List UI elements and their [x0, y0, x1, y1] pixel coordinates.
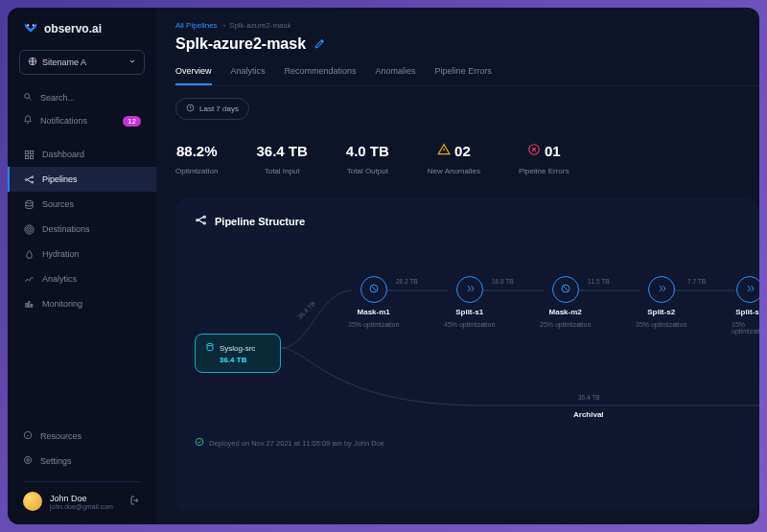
edge-label: 11.5 TB [588, 278, 610, 285]
source-name: Syslog-src [220, 344, 255, 353]
stage-opt: 15% optimization [732, 321, 759, 335]
stage-node[interactable]: Mask-m1 35% optimization [348, 276, 399, 328]
stat-label: Total Input [265, 167, 300, 175]
globe-icon [28, 57, 37, 68]
error-icon [527, 143, 541, 159]
brand-name: observo.ai [44, 22, 102, 35]
stat-value: 01 [545, 143, 561, 159]
logout-icon[interactable] [129, 495, 141, 508]
page-title: Splk-azure2-mask [175, 35, 306, 53]
svg-point-3 [25, 94, 30, 99]
stage-name: Mask-m2 [549, 308, 582, 316]
split-icon [656, 283, 667, 296]
destinations-icon [23, 223, 35, 235]
structure-title: Pipeline Structure [215, 216, 305, 227]
clock-icon [186, 104, 195, 114]
search-icon [23, 92, 33, 104]
grid-icon [23, 149, 35, 160]
date-filter[interactable]: Last 7 days [175, 98, 249, 120]
nav-label: Monitoring [42, 299, 82, 309]
tab-anomalies[interactable]: Anomalies [376, 66, 416, 85]
source-node[interactable]: Syslog-src 36.4 TB [195, 334, 281, 373]
nav-item-pipelines[interactable]: Pipelines [8, 167, 156, 192]
edge-label: 16.8 TB [492, 278, 514, 285]
resources-link[interactable]: Resources [23, 424, 141, 449]
gear-icon [23, 455, 33, 467]
site-selector[interactable]: Sitename A [19, 50, 145, 75]
stat-value: 36.4 TB [256, 143, 307, 159]
pipeline-structure-card: Pipeline Structure 36.4 TB 26.2 TB 16.8 … [175, 198, 759, 511]
edge-label: 26.2 TB [396, 278, 418, 285]
nav-item-dashboard[interactable]: Dashboard [8, 142, 156, 167]
svg-rect-16 [28, 301, 29, 307]
tab-overview[interactable]: Overview [175, 66, 212, 85]
monitoring-icon [23, 298, 35, 310]
pipeline-icon [195, 214, 207, 228]
nav-label: Dashboard [42, 150, 84, 159]
check-circle-icon [195, 437, 204, 449]
notifications-link[interactable]: Notifications 12 [8, 109, 156, 132]
svg-point-28 [196, 438, 203, 446]
settings-link[interactable]: Settings [23, 449, 141, 474]
tab-pipeline-errors[interactable]: Pipeline Errors [435, 66, 492, 85]
stage-node[interactable]: Split-s3 15% optimization [732, 276, 759, 335]
tab-analytics[interactable]: Analytics [231, 66, 266, 85]
pipeline-graph: 36.4 TB 26.2 TB 16.8 TB 11.5 TB 7.7 TB 4… [195, 257, 759, 429]
stage-node[interactable]: Split-s1 45% optimization [444, 276, 495, 328]
sources-icon [23, 198, 35, 210]
info-icon [23, 430, 33, 442]
svg-point-19 [27, 459, 30, 462]
user-menu[interactable]: John Doe john.doe@gmail.com [23, 481, 141, 515]
stage-opt: 25% optimization [540, 321, 591, 328]
nav-item-destinations[interactable]: Destinations [8, 217, 156, 242]
edit-icon[interactable] [314, 37, 326, 52]
chevron-down-icon [128, 58, 136, 67]
stat-label: Total Output [347, 167, 388, 175]
svg-point-24 [203, 222, 205, 224]
breadcrumb-root[interactable]: All Pipelines [175, 21, 218, 30]
stat-value: 88.2% [176, 143, 218, 159]
breadcrumb: All Pipelines → Splk-azure2-mask [175, 21, 759, 30]
stage-opt: 45% optimization [444, 321, 495, 328]
analytics-icon [23, 273, 35, 285]
stat-total-input: 36.4 TB Total Input [256, 143, 307, 175]
svg-point-0 [27, 24, 29, 26]
mask-icon [368, 283, 380, 296]
deployed-info: Deployed on Nov 27 2021 at 11:05:09 am b… [195, 437, 759, 449]
mask-icon [560, 283, 571, 296]
nav-label: Hydration [42, 249, 80, 259]
nav-item-analytics[interactable]: Analytics [8, 266, 156, 291]
stage-node[interactable]: Split-s2 35% optimization [636, 276, 686, 328]
stat-errors: 01 Pipeline Errors [519, 143, 569, 175]
nav-item-monitoring[interactable]: Monitoring [8, 291, 156, 316]
bell-icon [23, 115, 33, 127]
edge-label: 36.4 TB [296, 300, 316, 320]
edge-label: 36.4 TB [578, 394, 600, 401]
date-filter-label: Last 7 days [199, 104, 239, 113]
user-name: John Doe [50, 494, 122, 503]
source-size: 36.4 TB [205, 356, 270, 364]
split-icon [464, 283, 476, 296]
stage-opt: 35% optimization [636, 321, 686, 328]
stat-optimization: 88.2% Optimization [175, 143, 218, 175]
brand-logo[interactable]: observo.ai [8, 17, 156, 50]
nav-item-hydration[interactable]: Hydration [8, 242, 156, 266]
site-label: Sitename A [42, 58, 86, 67]
brand-icon [23, 21, 38, 36]
svg-point-1 [33, 24, 35, 26]
stage-node[interactable]: Mask-m2 25% optimization [540, 276, 591, 328]
main: All Pipelines → Splk-azure2-mask Splk-az… [156, 8, 759, 524]
resources-label: Resources [40, 431, 81, 441]
nav-label: Pipelines [42, 174, 78, 184]
stat-label: Optimization [175, 167, 218, 175]
nav-item-sources[interactable]: Sources [8, 192, 156, 217]
search-input[interactable]: Search... [8, 86, 156, 109]
settings-label: Settings [40, 456, 72, 466]
svg-point-22 [197, 219, 198, 220]
svg-rect-7 [30, 155, 33, 158]
tab-recommendations[interactable]: Recommendations [285, 66, 357, 85]
nav-label: Destinations [42, 224, 90, 234]
svg-point-23 [203, 216, 205, 218]
svg-point-9 [31, 175, 33, 177]
stage-name: Split-s2 [647, 308, 675, 316]
